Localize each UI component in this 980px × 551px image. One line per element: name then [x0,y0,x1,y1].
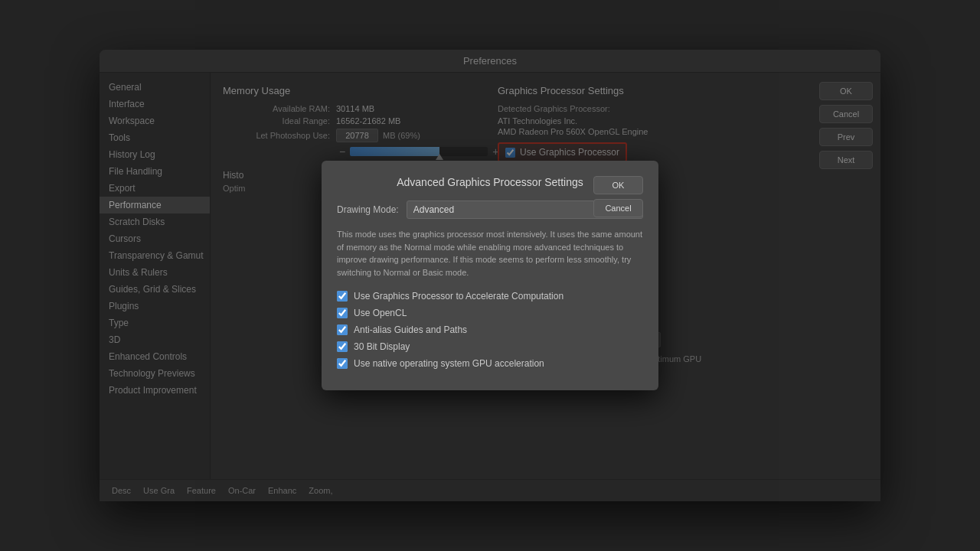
dialog-buttons: OK Cancel [593,176,643,217]
dialog-checkbox-accel-computation[interactable] [337,291,348,302]
dialog-ok-button[interactable]: OK [593,176,643,194]
dialog-checkbox-use-opencl[interactable] [337,308,348,318]
advanced-gpu-dialog: Advanced Graphics Processor Settings OK … [322,161,658,390]
dialog-checkbox-row-accel-computation: Use Graphics Processor to Accelerate Com… [337,291,643,302]
dialog-checkbox-label-use-opencl: Use OpenCL [354,308,407,318]
dialog-checkbox-label-30bit: 30 Bit Display [354,341,410,352]
dialog-cancel-button[interactable]: Cancel [593,199,643,217]
dialog-checkbox-row-anti-alias: Anti-alias Guides and Paths [337,324,643,335]
drawing-mode-label: Drawing Mode: [337,204,399,215]
dialog-description: This mode uses the graphics processor mo… [337,228,643,279]
dialog-checkbox-row-30bit: 30 Bit Display [337,341,643,352]
dialog-checkbox-anti-alias[interactable] [337,324,348,335]
dialog-checkbox-30bit[interactable] [337,341,348,352]
dialog-checkbox-native-gpu[interactable] [337,358,348,369]
dialog-checkbox-label-anti-alias: Anti-alias Guides and Paths [354,324,467,335]
dialog-checkbox-label-native-gpu: Use native operating system GPU accelera… [354,358,544,369]
dialog-checkbox-row-use-opencl: Use OpenCL [337,308,643,318]
dialog-overlay: Advanced Graphics Processor Settings OK … [0,0,980,551]
dialog-checkbox-label-accel-computation: Use Graphics Processor to Accelerate Com… [354,291,564,302]
dialog-checkboxes: Use Graphics Processor to Accelerate Com… [337,291,643,369]
dialog-checkbox-row-native-gpu: Use native operating system GPU accelera… [337,358,643,369]
